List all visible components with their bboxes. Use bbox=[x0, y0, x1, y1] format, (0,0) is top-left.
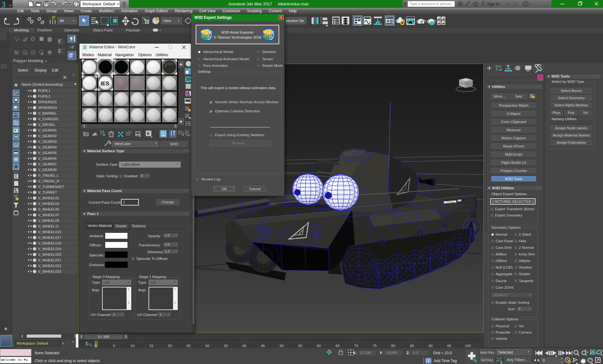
svg-text:▾: ▾ bbox=[302, 19, 304, 22]
svg-text:V_TURRET: V_TURRET bbox=[38, 190, 57, 194]
svg-text:V_WHEEL11: V_WHEEL11 bbox=[38, 224, 59, 228]
svg-text:Modeling: Modeling bbox=[14, 28, 29, 32]
svg-text:V_GEAR04: V_GEAR04 bbox=[38, 145, 57, 149]
svg-text:55: 55 bbox=[298, 344, 302, 348]
svg-text:V_WHEEL07: V_WHEEL07 bbox=[38, 213, 59, 217]
svg-text:V_GEAR05: V_GEAR05 bbox=[38, 151, 57, 155]
svg-text:Populate: Populate bbox=[126, 28, 140, 32]
svg-text:View: View bbox=[163, 19, 171, 23]
svg-text:V_WHEEL020: V_WHEEL020 bbox=[38, 253, 61, 256]
svg-text:V_WHEEL05: V_WHEEL05 bbox=[38, 207, 59, 211]
svg-text:10: 10 bbox=[131, 344, 135, 348]
svg-text:▾: ▾ bbox=[507, 3, 508, 6]
svg-text:V_GEAR03: V_GEAR03 bbox=[38, 140, 57, 143]
svg-text:95: 95 bbox=[447, 344, 451, 348]
svg-text:80: 80 bbox=[391, 344, 395, 348]
svg-text:Sign In: Sign In bbox=[487, 2, 499, 6]
svg-text:V_GEAR06: V_GEAR06 bbox=[38, 157, 57, 160]
svg-text:All: All bbox=[60, 19, 64, 23]
svg-text:V_TREAD_L: V_TREAD_L bbox=[38, 174, 59, 177]
svg-text:3: 3 bbox=[2, 0, 6, 8]
svg-text:V_TREAD_R: V_TREAD_R bbox=[38, 179, 59, 183]
svg-text:100: 100 bbox=[465, 344, 471, 348]
svg-text:65: 65 bbox=[336, 344, 340, 348]
svg-text:0: 0 bbox=[543, 358, 545, 363]
svg-text:SPHERE01: SPHERE01 bbox=[38, 100, 57, 104]
svg-text:85: 85 bbox=[410, 344, 414, 348]
svg-text:40: 40 bbox=[242, 344, 247, 348]
svg-text:▾: ▾ bbox=[530, 3, 532, 6]
svg-text:Name (Sorted Ascending): Name (Sorted Ascending) bbox=[22, 83, 63, 86]
svg-text:▾: ▾ bbox=[160, 29, 161, 32]
svg-text:60: 60 bbox=[317, 344, 321, 348]
svg-text:PUPIL2: PUPIL2 bbox=[38, 94, 51, 98]
svg-text:V_WHEEL09: V_WHEEL09 bbox=[38, 219, 59, 222]
svg-text:PUPIL1: PUPIL1 bbox=[38, 89, 51, 93]
svg-text:V_WHEEL015: V_WHEEL015 bbox=[38, 230, 61, 234]
svg-text:V_WHEEL018: V_WHEEL018 bbox=[38, 241, 61, 245]
svg-text:SPHERE04: SPHERE04 bbox=[38, 106, 57, 110]
svg-text:5: 5 bbox=[113, 344, 115, 348]
svg-text:FRONT: FRONT bbox=[460, 83, 467, 85]
svg-text:Display: Display bbox=[35, 68, 47, 72]
svg-text:▾: ▾ bbox=[73, 19, 74, 22]
svg-text:X: X bbox=[513, 1, 517, 7]
svg-text:15: 15 bbox=[149, 344, 154, 348]
svg-text:V_WHEEL017: V_WHEEL017 bbox=[38, 236, 61, 239]
svg-text:V_DIESEL: V_DIESEL bbox=[38, 123, 56, 126]
svg-text:V_WHEEL019: V_WHEEL019 bbox=[38, 247, 61, 251]
svg-text:V_GEAR02: V_GEAR02 bbox=[38, 134, 57, 138]
svg-text:▾: ▾ bbox=[178, 19, 179, 22]
svg-text:V_WHEEL03: V_WHEEL03 bbox=[38, 202, 59, 206]
svg-text:35: 35 bbox=[224, 344, 228, 348]
svg-text:?: ? bbox=[524, 2, 527, 6]
svg-text:IES: IES bbox=[101, 81, 109, 87]
svg-text:V_GEAR07: V_GEAR07 bbox=[38, 162, 57, 166]
svg-text:V_WHEEL01: V_WHEEL01 bbox=[38, 196, 59, 200]
svg-text:V_WHEEL022: V_WHEEL022 bbox=[38, 264, 61, 268]
svg-text:Type a keyword or phrase: Type a keyword or phrase bbox=[410, 2, 451, 6]
svg-text:election Se: election Se bbox=[286, 19, 304, 23]
svg-text:Selection: Selection bbox=[64, 28, 79, 32]
svg-text:Object Paint: Object Paint bbox=[93, 28, 113, 32]
svg-text:45: 45 bbox=[261, 344, 265, 348]
svg-text:Workspace: Default: Workspace: Default bbox=[82, 2, 115, 6]
svg-text:20: 20 bbox=[168, 344, 172, 348]
svg-text:70: 70 bbox=[354, 344, 358, 348]
svg-text:0: 0 bbox=[95, 344, 96, 348]
svg-text:V_GEAR01: V_GEAR01 bbox=[38, 128, 57, 132]
svg-text:25: 25 bbox=[187, 344, 191, 348]
svg-text:V_CHASSIS: V_CHASSIS bbox=[38, 117, 58, 121]
svg-text:90: 90 bbox=[429, 344, 433, 348]
svg-text:LEFT: LEFT bbox=[467, 83, 472, 85]
svg-text:V_BARREL: V_BARREL bbox=[38, 111, 57, 115]
svg-text:Key Filters...: Key Filters... bbox=[507, 358, 528, 362]
svg-text:0: 0 bbox=[147, 131, 149, 136]
svg-text:Freeform: Freeform bbox=[37, 28, 52, 32]
svg-text:»: » bbox=[73, 72, 74, 76]
svg-text:50: 50 bbox=[280, 344, 284, 348]
svg-text:V_GEAR09: V_GEAR09 bbox=[38, 168, 57, 172]
svg-text:V_WHEEL023: V_WHEEL023 bbox=[38, 270, 61, 273]
svg-text:Select: Select bbox=[18, 68, 28, 72]
svg-text:V_WHEEL021: V_WHEEL021 bbox=[38, 258, 61, 262]
svg-text:30: 30 bbox=[205, 344, 209, 348]
svg-text:V_TURBASKET: V_TURBASKET bbox=[38, 185, 64, 189]
svg-text:75: 75 bbox=[373, 344, 377, 348]
svg-text:Edit: Edit bbox=[52, 68, 58, 72]
svg-text:Polygon Modeling ▾: Polygon Modeling ▾ bbox=[13, 59, 47, 63]
